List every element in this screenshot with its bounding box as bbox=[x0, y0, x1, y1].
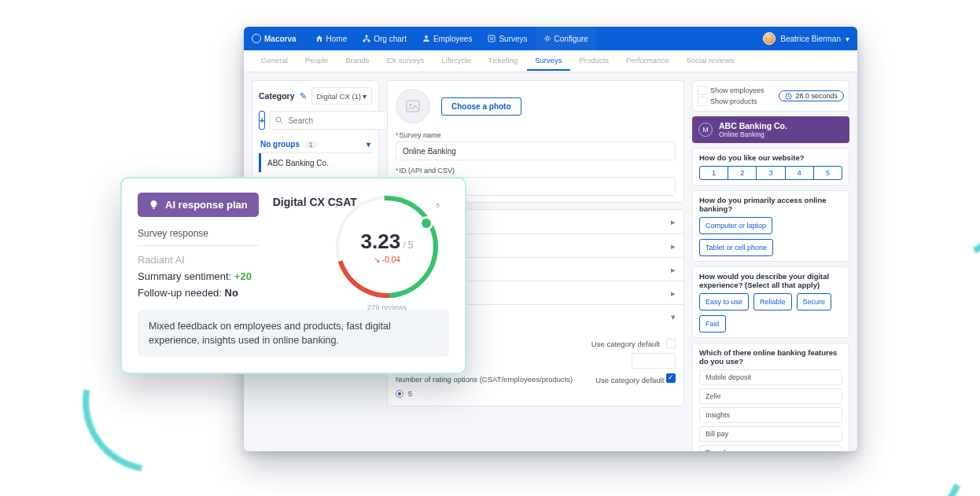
survey-logo-icon: M bbox=[698, 123, 713, 137]
search-icon bbox=[275, 116, 283, 124]
employees-icon bbox=[422, 35, 430, 42]
survey-preview-sub: Online Banking bbox=[719, 130, 787, 138]
gauge-tick-max: 5 bbox=[437, 202, 440, 209]
ai-sentiment-value: +20 bbox=[234, 270, 252, 282]
gauge-delta: ↘ -0.04 bbox=[374, 255, 400, 264]
ai-section-label: Survey response bbox=[138, 228, 259, 239]
nav-home-label: Home bbox=[326, 35, 348, 43]
preview-toolbar: Show employees Show products 28.0 second… bbox=[692, 80, 849, 112]
q2-opt-0[interactable]: Computer or laptop bbox=[699, 217, 772, 234]
divider bbox=[138, 245, 259, 246]
rating-opts-label: Number of rating options (CSAT/employees… bbox=[396, 375, 573, 384]
brand[interactable]: Macorva bbox=[252, 34, 297, 43]
svg-rect-1 bbox=[488, 35, 495, 42]
use-default-checkbox-2[interactable] bbox=[666, 373, 676, 383]
q1-text: How do you like our website? bbox=[699, 153, 842, 162]
clock-icon bbox=[785, 93, 792, 100]
tab-general[interactable]: General bbox=[253, 51, 296, 71]
chevron-right-icon: ▸ bbox=[671, 241, 676, 251]
tab-ticketing[interactable]: Ticketing bbox=[481, 51, 526, 71]
nav-configure[interactable]: Configure bbox=[536, 27, 596, 50]
nav-employees[interactable]: Employees bbox=[414, 27, 480, 50]
duration-input[interactable] bbox=[632, 353, 676, 369]
nav-orgchart[interactable]: Org chart bbox=[355, 27, 414, 50]
home-icon bbox=[315, 35, 323, 42]
q2-opt-1[interactable]: Tablet or cell phone bbox=[699, 239, 773, 256]
q3-opt-0[interactable]: Easy to use bbox=[699, 293, 749, 310]
tab-lifecycle[interactable]: Lifecycle bbox=[434, 51, 479, 71]
svg-point-2 bbox=[546, 37, 549, 40]
tab-surveys[interactable]: Surveys bbox=[527, 51, 569, 71]
gauge-tick-min: 1 bbox=[334, 202, 337, 209]
chevron-right-icon: ▸ bbox=[671, 217, 676, 226]
category-select[interactable]: Digital CX (1) ▾ bbox=[311, 87, 372, 105]
nav-home[interactable]: Home bbox=[308, 27, 356, 50]
ai-summary: Mixed feedback on employees and products… bbox=[138, 310, 449, 357]
tab-people[interactable]: People bbox=[297, 51, 337, 71]
tab-products[interactable]: Products bbox=[572, 51, 617, 71]
search-field[interactable] bbox=[286, 116, 389, 126]
avatar bbox=[763, 32, 776, 45]
scale-5[interactable]: 5 bbox=[814, 167, 842, 179]
q4-opt-4[interactable]: Transfers bbox=[699, 445, 842, 451]
survey-name-input[interactable]: Online Banking bbox=[396, 141, 676, 160]
chevron-down-icon: ▾ bbox=[846, 35, 849, 43]
ai-brand: Radiant AI bbox=[138, 254, 259, 266]
q2-text: How do you primarily access online banki… bbox=[699, 196, 842, 213]
q4-opt-2[interactable]: Insights bbox=[699, 407, 842, 423]
search-input[interactable] bbox=[270, 111, 395, 130]
duration-indicator: 28.0 seconds bbox=[779, 90, 844, 101]
add-button[interactable]: + bbox=[259, 111, 265, 130]
gauge-value: 3.23 bbox=[361, 230, 401, 253]
choose-photo-button[interactable]: Choose a photo bbox=[441, 97, 521, 116]
image-icon bbox=[405, 98, 421, 114]
groups-badge: 1 bbox=[305, 141, 317, 149]
top-nav: Macorva Home Org chart Employees Surveys… bbox=[244, 27, 857, 50]
ai-response-plan-button[interactable]: AI response plan bbox=[138, 193, 259, 217]
rating-opts-5-radio[interactable] bbox=[396, 390, 403, 398]
csat-gauge: 1 5 3.23/ 5 ↘ -0.04 279 reviews bbox=[320, 196, 454, 311]
q3-opt-3[interactable]: Fast bbox=[699, 315, 726, 333]
groups-header-label: No groups bbox=[260, 140, 300, 149]
nav-employees-label: Employees bbox=[433, 35, 472, 43]
q4-text: Which of there online banking features d… bbox=[699, 348, 842, 366]
gauge-of: / 5 bbox=[403, 240, 413, 251]
nav-surveys[interactable]: Surveys bbox=[480, 27, 535, 50]
duration-text: 28.0 seconds bbox=[795, 92, 838, 100]
brand-name: Macorva bbox=[264, 35, 297, 43]
tab-ex-surveys[interactable]: EX surveys bbox=[379, 51, 433, 71]
primary-nav: Home Org chart Employees Surveys Configu… bbox=[308, 27, 596, 50]
tab-brands[interactable]: Brands bbox=[337, 51, 377, 71]
user-name: Beatrice Bierman bbox=[780, 35, 841, 43]
q4-opt-0[interactable]: Mobile deposit bbox=[699, 369, 842, 385]
bulb-icon bbox=[149, 200, 159, 210]
scale-2[interactable]: 2 bbox=[728, 167, 757, 179]
groups-header[interactable]: No groups 1 ▾ bbox=[259, 136, 372, 153]
rating-opts-5-label: 5 bbox=[408, 389, 412, 398]
use-default-checkbox[interactable] bbox=[666, 339, 676, 348]
q3-opt-1[interactable]: Reliable bbox=[753, 293, 792, 310]
q3: How would you describe your digital expe… bbox=[692, 266, 849, 338]
ai-followup-value: No bbox=[225, 287, 238, 299]
nav-orgchart-label: Org chart bbox=[374, 35, 407, 43]
edit-icon[interactable]: ✎ bbox=[300, 91, 307, 101]
show-emp-check[interactable]: Show employees bbox=[698, 86, 764, 95]
use-default-label: Use category default bbox=[591, 340, 660, 348]
user-menu[interactable]: Beatrice Bierman ▾ bbox=[763, 32, 849, 45]
tab-social[interactable]: Social reviews bbox=[678, 51, 742, 71]
surveys-icon bbox=[488, 35, 496, 42]
scale-4[interactable]: 4 bbox=[786, 167, 814, 179]
scale-1[interactable]: 1 bbox=[700, 167, 728, 179]
group-item[interactable]: ABC Banking Co. bbox=[259, 153, 372, 172]
tab-performance[interactable]: Performance bbox=[618, 51, 676, 71]
photo-placeholder bbox=[396, 89, 430, 123]
q3-opt-2[interactable]: Secure bbox=[797, 293, 832, 310]
q4-opt-3[interactable]: Bill pay bbox=[699, 426, 842, 442]
chevron-down-icon: ▾ bbox=[367, 140, 370, 149]
show-prod-check[interactable]: Show products bbox=[698, 97, 764, 106]
brand-icon bbox=[252, 34, 261, 43]
scale-3[interactable]: 3 bbox=[757, 167, 785, 179]
ai-sentiment: Summary sentiment: +20 bbox=[138, 270, 259, 282]
ai-followup: Follow-up needed: No bbox=[138, 287, 259, 299]
q4-opt-1[interactable]: Zelle bbox=[699, 388, 842, 404]
